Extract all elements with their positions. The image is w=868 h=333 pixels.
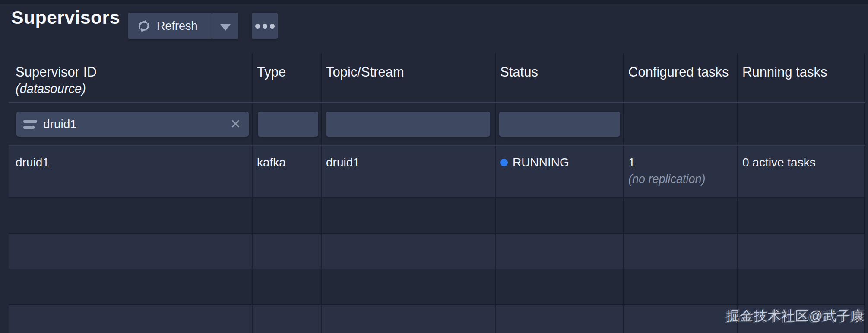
topic-stream-filter-input[interactable]: [326, 112, 490, 137]
cell-type: kafka: [253, 146, 322, 197]
empty-cell: [9, 305, 253, 333]
supervisors-table: Supervisor ID (datasource) Type Topic/St…: [9, 53, 865, 333]
table-row-empty: [9, 269, 865, 305]
cell-supervisor-id[interactable]: druid1: [9, 146, 253, 197]
empty-cell: [624, 198, 738, 233]
more-ellipsis-icon: [255, 24, 260, 29]
more-ellipsis-icon: [270, 24, 275, 29]
column-header-topic-stream[interactable]: Topic/Stream: [322, 53, 496, 102]
empty-cell: [624, 269, 738, 304]
refresh-button-label: Refresh: [157, 19, 198, 33]
empty-cell: [738, 269, 865, 304]
column-header-sublabel: (datasource): [16, 80, 247, 97]
table-header-row: Supervisor ID (datasource) Type Topic/St…: [9, 53, 865, 103]
configured-tasks-count: 1: [628, 155, 733, 170]
watermark: 掘金技术社区@武子康: [726, 307, 865, 325]
filter-cell-type: [253, 103, 322, 145]
chevron-down-icon: [220, 24, 231, 31]
filter-cell-supervisor-id: ✕: [9, 103, 253, 145]
more-options-button[interactable]: [252, 13, 278, 39]
column-header-running-tasks[interactable]: Running tasks: [738, 53, 865, 102]
empty-cell: [322, 305, 496, 333]
empty-cell: [738, 234, 865, 269]
cell-running-tasks: 0 active tasks: [738, 146, 865, 197]
druid-console-supervisors-view: Supervisors Refresh: [0, 0, 868, 333]
column-header-configured-tasks[interactable]: Configured tasks: [624, 53, 738, 102]
status-filter-input[interactable]: [499, 112, 620, 137]
empty-cell: [9, 234, 253, 269]
more-ellipsis-icon: [263, 24, 267, 29]
supervisor-id-filter-input[interactable]: [43, 112, 227, 137]
filter-cell-topic-stream: [322, 103, 496, 145]
column-header-supervisor-id[interactable]: Supervisor ID (datasource): [9, 53, 253, 102]
cell-status: RUNNING: [496, 146, 624, 197]
filter-cell-status: [496, 103, 624, 145]
empty-cell: [496, 305, 624, 333]
refresh-button[interactable]: Refresh: [128, 13, 212, 39]
empty-cell: [496, 198, 624, 233]
column-header-status[interactable]: Status: [496, 53, 624, 102]
filter-cell-configured-tasks: [624, 103, 738, 145]
clear-filter-icon[interactable]: ✕: [227, 118, 249, 131]
cell-configured-tasks: 1 (no replication): [624, 146, 738, 197]
column-header-label: Topic/Stream: [326, 64, 491, 80]
filter-icon: [23, 120, 37, 129]
table-filter-row: ✕: [9, 103, 865, 146]
empty-cell: [253, 234, 322, 269]
empty-cell: [624, 234, 738, 269]
empty-cell: [496, 269, 624, 304]
configured-tasks-note: (no replication): [628, 172, 733, 187]
cell-topic-stream: druid1: [322, 146, 496, 197]
status-running-dot-icon: [500, 159, 508, 166]
filter-cell-running-tasks: [738, 103, 865, 145]
table-row-supervisor[interactable]: druid1 kafka druid1 RUNNING 1 (no replic…: [9, 146, 865, 198]
refresh-dropdown-button[interactable]: [212, 13, 238, 39]
column-header-label: Status: [500, 64, 619, 80]
empty-cell: [322, 269, 496, 304]
page-title: Supervisors: [11, 7, 120, 28]
empty-cell: [496, 234, 624, 269]
type-filter-input[interactable]: [258, 112, 318, 137]
empty-cell: [253, 269, 322, 304]
column-header-label: Supervisor ID: [16, 64, 247, 80]
table-row-empty: [9, 234, 865, 269]
table-row-empty: [9, 198, 865, 234]
empty-cell: [9, 269, 253, 304]
empty-cell: [9, 198, 253, 233]
empty-cell: [738, 198, 865, 233]
column-header-type[interactable]: Type: [253, 53, 322, 102]
column-header-label: Configured tasks: [628, 64, 733, 80]
refresh-icon: [136, 19, 151, 33]
empty-cell: [322, 234, 496, 269]
refresh-button-group: Refresh: [128, 13, 238, 39]
supervisor-id-filter: ✕: [16, 112, 249, 137]
topbar: Supervisors Refresh: [0, 0, 868, 53]
column-header-label: Running tasks: [742, 64, 860, 80]
status-label: RUNNING: [513, 155, 569, 170]
empty-cell: [253, 198, 322, 233]
empty-cell: [322, 198, 496, 233]
empty-cell: [624, 305, 738, 333]
empty-cell: [253, 305, 322, 333]
column-header-label: Type: [257, 64, 317, 80]
